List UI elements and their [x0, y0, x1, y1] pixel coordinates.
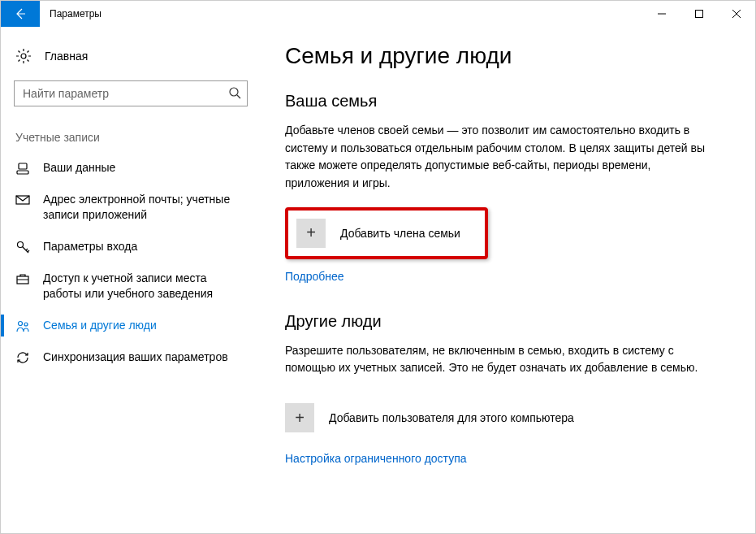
sidebar-item-family[interactable]: Семья и другие люди — [1, 310, 261, 341]
others-description: Разрешите пользователям, не включенным в… — [285, 342, 707, 377]
sidebar-group-header: Учетные записи — [1, 111, 261, 152]
others-heading: Другие люди — [285, 312, 723, 331]
svg-rect-0 — [696, 11, 703, 18]
sidebar-item-label: Адрес электронной почты; учетные записи … — [43, 192, 246, 223]
svg-point-6 — [18, 241, 24, 247]
add-family-member-label: Добавить члена семьи — [340, 227, 460, 240]
sidebar-item-signin-options[interactable]: Параметры входа — [1, 231, 261, 263]
main-content: Семья и другие люди Ваша семья Добавьте … — [261, 27, 755, 533]
sidebar-item-email-accounts[interactable]: Адрес электронной почты; учетные записи … — [1, 184, 261, 231]
mail-icon — [15, 193, 30, 207]
minimize-icon — [658, 10, 666, 18]
minimize-button[interactable] — [643, 1, 680, 27]
arrow-left-icon — [14, 7, 27, 20]
plus-icon: + — [296, 219, 326, 248]
search-wrap — [14, 80, 248, 106]
search-icon — [228, 86, 241, 99]
add-other-user-label: Добавить пользователя для этого компьюте… — [329, 411, 574, 424]
plus-icon: + — [285, 403, 314, 432]
family-description: Добавьте членов своей семьи — это позвол… — [285, 122, 707, 193]
svg-point-8 — [19, 321, 23, 325]
add-family-member-button[interactable]: + Добавить члена семьи — [285, 207, 488, 259]
close-icon — [732, 10, 741, 18]
gear-icon — [15, 48, 32, 64]
key-icon — [15, 240, 30, 254]
page-title: Семья и другие люди — [285, 43, 723, 69]
briefcase-icon — [15, 271, 30, 286]
family-learn-more-link[interactable]: Подробнее — [285, 270, 344, 283]
sidebar-item-label: Параметры входа — [43, 239, 137, 254]
person-icon — [15, 161, 30, 176]
sidebar: Главная Учетные записи Ваши данные Адрес… — [1, 27, 261, 533]
sidebar-item-work-access[interactable]: Доступ к учетной записи места работы или… — [1, 263, 261, 310]
close-button[interactable] — [718, 1, 755, 27]
maximize-icon — [695, 10, 703, 18]
window-title: Параметры — [40, 1, 643, 27]
family-heading: Ваша семья — [285, 92, 723, 111]
sync-icon — [15, 350, 30, 365]
add-other-user-button[interactable]: + Добавить пользователя для этого компью… — [285, 392, 707, 444]
assigned-access-link[interactable]: Настройка ограниченного доступа — [285, 452, 467, 465]
search-input[interactable] — [14, 80, 248, 106]
sidebar-item-label: Ваши данные — [43, 160, 115, 176]
maximize-button[interactable] — [680, 1, 718, 27]
svg-point-9 — [24, 323, 28, 326]
sidebar-item-label: Доступ к учетной записи места работы или… — [43, 271, 246, 302]
people-icon — [15, 319, 30, 333]
svg-point-1 — [21, 54, 26, 59]
sidebar-home-label: Главная — [45, 50, 88, 63]
titlebar: Параметры — [1, 1, 755, 27]
sidebar-item-label: Семья и другие люди — [43, 318, 157, 333]
sidebar-item-your-info[interactable]: Ваши данные — [1, 152, 261, 184]
sidebar-home[interactable]: Главная — [1, 40, 261, 72]
back-button[interactable] — [1, 1, 40, 27]
sidebar-item-label: Синхронизация ваших параметров — [43, 349, 228, 365]
window-controls — [643, 1, 755, 27]
svg-rect-4 — [17, 171, 28, 174]
sidebar-item-sync[interactable]: Синхронизация ваших параметров — [1, 341, 261, 373]
svg-point-2 — [230, 88, 238, 96]
svg-rect-3 — [19, 163, 27, 169]
